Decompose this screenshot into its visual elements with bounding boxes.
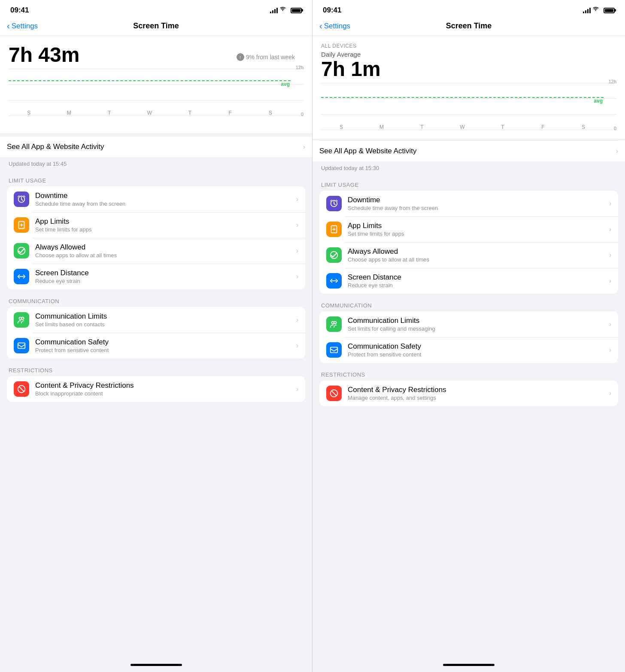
alwaysallowed-icon-left bbox=[14, 243, 29, 258]
svg-point-12 bbox=[334, 322, 337, 324]
activity-link-right[interactable]: See All App & Website Activity › bbox=[319, 140, 618, 161]
svg-line-15 bbox=[332, 391, 337, 396]
commsafety-item-right[interactable]: Communication Safety Protect from sensit… bbox=[319, 337, 618, 363]
commlimits-icon-right bbox=[326, 316, 342, 332]
downtime-icon-left bbox=[14, 192, 29, 207]
wifi-icon-left bbox=[280, 7, 287, 14]
restrictions-header-right: RESTRICTIONS bbox=[312, 363, 625, 380]
limit-usage-list-right: Downtime Schedule time away from the scr… bbox=[319, 191, 618, 294]
home-indicator-right bbox=[312, 657, 625, 672]
downtime-item-right[interactable]: Downtime Schedule time away from the scr… bbox=[319, 191, 618, 216]
limit-usage-header-right: LIMIT USAGE bbox=[312, 173, 625, 191]
screendistance-icon-left bbox=[14, 269, 29, 284]
commsafety-title-left: Communication Safety bbox=[35, 338, 290, 347]
screendistance-item-left[interactable]: Screen Distance Reduce eye strain › bbox=[7, 264, 305, 289]
commlimits-chevron-right: › bbox=[609, 320, 611, 328]
contentprivacy-item-right[interactable]: Content & Privacy Restrictions Manage co… bbox=[319, 380, 618, 406]
page-title-left: Screen Time bbox=[133, 21, 179, 30]
screendistance-chevron-left: › bbox=[296, 273, 298, 280]
downtime-item-left[interactable]: Downtime Schedule time away from the scr… bbox=[7, 186, 305, 212]
usage-increase-left: ↑ 9% from last week bbox=[237, 53, 295, 61]
downtime-title-right: Downtime bbox=[348, 196, 603, 204]
scroll-content-left: 7h 43m ↑ 9% from last week 12h 0 avg bbox=[0, 36, 312, 657]
limit-usage-header-left: LIMIT USAGE bbox=[0, 169, 312, 186]
update-text-left: Updated today at 15:45 bbox=[0, 157, 312, 169]
commsafety-title-right: Communication Safety bbox=[348, 342, 603, 351]
contentprivacy-icon-left bbox=[14, 381, 29, 397]
commsafety-subtitle-left: Protect from sensitive content bbox=[35, 347, 290, 353]
bar-f-left: F bbox=[210, 108, 250, 116]
commsafety-subtitle-right: Protect from sensitive content bbox=[348, 351, 603, 358]
battery-icon-right bbox=[604, 8, 615, 13]
screendistance-title-right: Screen Distance bbox=[348, 273, 603, 282]
applimits-icon-right bbox=[326, 222, 342, 237]
signal-icon-right bbox=[583, 7, 591, 13]
increase-icon-left: ↑ bbox=[237, 53, 244, 61]
downtime-chevron-right: › bbox=[609, 200, 611, 207]
downtime-subtitle-right: Schedule time away from the screen bbox=[348, 205, 603, 211]
screendistance-subtitle-right: Reduce eye strain bbox=[348, 282, 603, 289]
left-phone: 09:41 ‹ Settings Screen Time bbox=[0, 0, 312, 672]
alwaysallowed-icon-right bbox=[326, 247, 342, 263]
back-chevron-left: ‹ bbox=[7, 21, 10, 31]
contentprivacy-title-right: Content & Privacy Restrictions bbox=[348, 386, 603, 394]
applimits-item-right[interactable]: App Limits Set time limits for apps › bbox=[319, 216, 618, 242]
commsafety-item-left[interactable]: Communication Safety Protect from sensit… bbox=[7, 333, 305, 359]
activity-link-chevron-right: › bbox=[616, 147, 618, 155]
commsafety-chevron-left: › bbox=[296, 342, 298, 350]
bar-t2-left: T bbox=[170, 108, 210, 116]
usage-card-left: 7h 43m ↑ 9% from last week 12h 0 avg bbox=[0, 36, 312, 133]
bar-t1-left: T bbox=[89, 108, 130, 116]
applimits-item-left[interactable]: App Limits Set time limits for apps › bbox=[7, 212, 305, 238]
commlimits-title-right: Communication Limits bbox=[348, 316, 603, 325]
bar-f-right: F bbox=[523, 122, 563, 130]
back-chevron-right: ‹ bbox=[319, 21, 322, 31]
activity-link-chevron-left: › bbox=[303, 143, 305, 151]
alwaysallowed-chevron-right: › bbox=[609, 251, 611, 259]
alwaysallowed-chevron-left: › bbox=[296, 247, 298, 255]
status-bar-right: 09:41 bbox=[312, 0, 625, 18]
usage-time-left: 7h 43m bbox=[9, 43, 79, 66]
contentprivacy-title-left: Content & Privacy Restrictions bbox=[35, 381, 290, 390]
svg-line-7 bbox=[19, 387, 24, 392]
commlimits-item-left[interactable]: Communication Limits Set limits based on… bbox=[7, 307, 305, 333]
contentprivacy-item-left[interactable]: Content & Privacy Restrictions Block ina… bbox=[7, 376, 305, 402]
activity-link-left[interactable]: See All App & Website Activity › bbox=[7, 137, 305, 157]
bar-t2-right: T bbox=[482, 122, 523, 130]
applimits-chevron-right: › bbox=[609, 225, 611, 233]
back-label-left: Settings bbox=[12, 22, 38, 30]
chart-left: 12h 0 avg S M bbox=[9, 69, 303, 125]
back-button-right[interactable]: ‹ Settings bbox=[319, 21, 350, 31]
alwaysallowed-subtitle-right: Choose apps to allow at all times bbox=[348, 256, 603, 263]
alwaysallowed-item-right[interactable]: Always Allowed Choose apps to allow at a… bbox=[319, 242, 618, 268]
bar-s1-left: S bbox=[9, 108, 49, 116]
bar-t1-right: T bbox=[402, 122, 442, 130]
signal-icon-left bbox=[270, 7, 278, 13]
alwaysallowed-item-left[interactable]: Always Allowed Choose apps to allow at a… bbox=[7, 238, 305, 264]
all-devices-label-right: ALL DEVICES bbox=[321, 43, 616, 51]
status-time-left: 09:41 bbox=[10, 6, 29, 15]
commlimits-chevron-left: › bbox=[296, 316, 298, 324]
back-label-right: Settings bbox=[324, 22, 350, 30]
contentprivacy-subtitle-right: Manage content, apps, and settings bbox=[348, 395, 603, 401]
contentprivacy-icon-right bbox=[326, 386, 342, 401]
chart-max-label-right: 12h bbox=[609, 79, 616, 84]
alwaysallowed-title-left: Always Allowed bbox=[35, 243, 290, 252]
commlimits-subtitle-right: Set limits for calling and messaging bbox=[348, 325, 603, 332]
bar-w-left: W bbox=[130, 108, 170, 116]
applimits-subtitle-right: Set time limits for apps bbox=[348, 231, 603, 237]
communication-header-right: COMMUNICATION bbox=[312, 294, 625, 311]
screendistance-item-right[interactable]: Screen Distance Reduce eye strain › bbox=[319, 268, 618, 294]
status-icons-right bbox=[583, 7, 615, 14]
communication-list-right: Communication Limits Set limits for call… bbox=[319, 311, 618, 363]
usage-header-left: 7h 43m ↑ 9% from last week bbox=[9, 45, 303, 65]
commsafety-chevron-right: › bbox=[609, 346, 611, 354]
restrictions-list-left: Content & Privacy Restrictions Block ina… bbox=[7, 376, 305, 402]
commlimits-item-right[interactable]: Communication Limits Set limits for call… bbox=[319, 311, 618, 337]
bar-s2-left: S bbox=[250, 108, 291, 116]
chart-zero-label-left: 0 bbox=[301, 112, 303, 117]
communication-list-left: Communication Limits Set limits based on… bbox=[7, 307, 305, 359]
screendistance-subtitle-left: Reduce eye strain bbox=[35, 278, 290, 284]
back-button-left[interactable]: ‹ Settings bbox=[7, 21, 38, 31]
bar-s1-right: S bbox=[321, 122, 361, 130]
